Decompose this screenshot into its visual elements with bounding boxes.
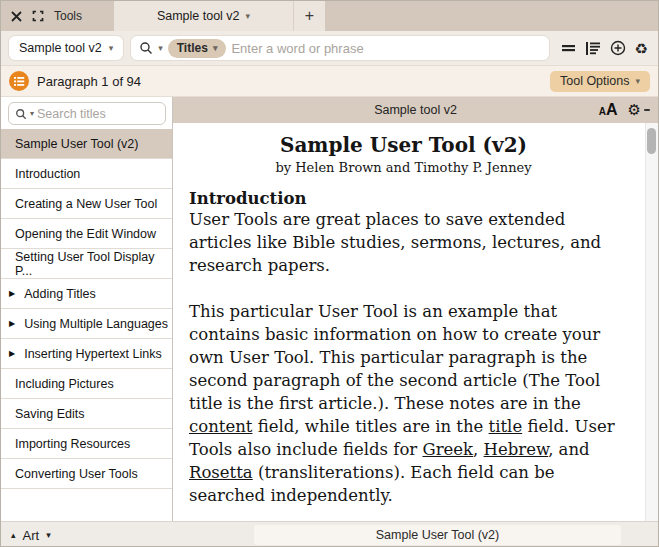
search-mode-chevron-icon[interactable]: ▾: [158, 43, 163, 53]
chevron-down-icon: ▾: [635, 76, 640, 86]
search-icon[interactable]: [139, 41, 153, 55]
text-size-large: A: [606, 101, 618, 119]
sidebar-search-box[interactable]: ▾: [8, 102, 166, 125]
text-size-small: A: [599, 106, 606, 117]
settings-gear-button[interactable]: ⚙︎: [628, 101, 650, 119]
sidebar-search-input[interactable]: [37, 107, 159, 121]
title-item-converting-user-tools[interactable]: Converting User Tools: [1, 459, 172, 489]
add-circle-icon[interactable]: [610, 40, 626, 56]
title-label: Importing Resources: [15, 437, 130, 451]
title-label: Inserting Hypertext Links: [24, 347, 162, 361]
scope-label: Titles: [177, 41, 208, 55]
search-scope-chip[interactable]: Titles ▾: [168, 39, 227, 58]
toolbar-icons: ♻︎: [557, 40, 650, 56]
search-input[interactable]: [231, 41, 540, 56]
title-item-opening-edit-window[interactable]: Opening the Edit Window: [1, 219, 172, 249]
paragraph-status: Paragraph 1 of 94: [37, 74, 141, 89]
chevron-down-icon[interactable]: ▾: [46, 530, 51, 540]
title-label: Including Pictures: [15, 377, 114, 391]
title-label: Setting User Tool Display P...: [15, 250, 172, 278]
article-title: Sample User Tool (v2): [189, 133, 618, 157]
bottom-bar: ▴ Art ▾ Sample User Tool (v2): [1, 521, 658, 547]
article-content[interactable]: Sample User Tool (v2) by Helen Brown and…: [173, 123, 658, 521]
tab-bar: Tools Sample tool v2 ▾ +: [1, 1, 658, 31]
disclosure-triangle-icon[interactable]: ▶: [9, 289, 15, 298]
title-item-inserting-hypertext-links[interactable]: ▶Inserting Hypertext Links: [1, 339, 172, 369]
vertical-scrollbar[interactable]: [645, 123, 658, 521]
gear-dropdown-icon: [644, 109, 650, 111]
title-item-setting-display[interactable]: Setting User Tool Display P...: [1, 249, 172, 279]
context-list-icon[interactable]: [585, 41, 601, 56]
workspace-label: Tools: [54, 9, 82, 23]
title-item-saving-edits[interactable]: Saving Edits: [1, 399, 172, 429]
app-window: Tools Sample tool v2 ▾ + Sample tool v2 …: [0, 0, 659, 547]
title-label: Introduction: [15, 167, 80, 181]
title-label: Adding Titles: [24, 287, 96, 301]
title-item-importing-resources[interactable]: Importing Resources: [1, 429, 172, 459]
recycle-icon[interactable]: ♻︎: [635, 41, 648, 56]
tool-options-button[interactable]: Tool Options ▾: [550, 71, 650, 92]
title-label: Saving Edits: [15, 407, 84, 421]
title-label: Sample User Tool (v2): [15, 137, 138, 151]
titles-sidebar: ▾ Sample User Tool (v2) Introduction Cre…: [1, 97, 173, 521]
current-article-status: Sample User Tool (v2): [254, 525, 621, 545]
search-icon: [15, 108, 27, 120]
main-pane: Sample tool v2 AA ⚙︎ Sample User Tool (v…: [173, 97, 658, 521]
tool-selector-label: Sample tool v2: [19, 41, 102, 55]
article-paragraph: User Tools are great places to save exte…: [189, 208, 618, 277]
window-controls: Tools: [1, 1, 114, 31]
close-icon[interactable]: [11, 11, 22, 22]
fullscreen-icon[interactable]: [32, 10, 44, 22]
paragraph-bar: Paragraph 1 of 94 Tool Options ▾: [1, 66, 658, 97]
title-label: Converting User Tools: [15, 467, 138, 481]
tool-options-label: Tool Options: [560, 74, 629, 88]
disclosure-triangle-icon[interactable]: ▶: [9, 319, 15, 328]
search-filter-chevron-icon[interactable]: ▾: [30, 109, 34, 118]
tool-selector-dropdown[interactable]: Sample tool v2 ▾: [9, 36, 123, 60]
paragraph-list-icon[interactable]: [9, 71, 29, 91]
search-toolbar: Sample tool v2 ▾ ▾ Titles ▾: [1, 31, 658, 66]
gear-icon: ⚙︎: [628, 101, 641, 119]
text-zoom-control[interactable]: ▴ Art ▾: [1, 528, 51, 543]
text-size-button[interactable]: AA: [599, 101, 618, 119]
article-heading: Introduction: [189, 189, 618, 208]
title-item-including-pictures[interactable]: Including Pictures: [1, 369, 172, 399]
article-byline: by Helen Brown and Timothy P. Jenney: [189, 160, 618, 175]
zoom-level-label: Art: [23, 528, 40, 543]
chevron-down-icon: ▾: [109, 43, 114, 53]
search-field[interactable]: ▾ Titles ▾: [131, 36, 548, 60]
sidebar-search-wrap: ▾: [1, 97, 172, 129]
title-item-sample-user-tool[interactable]: Sample User Tool (v2): [1, 129, 172, 159]
title-item-introduction[interactable]: Introduction: [1, 159, 172, 189]
title-label: Creating a New User Tool: [15, 197, 157, 211]
titles-list: Sample User Tool (v2) Introduction Creat…: [1, 129, 172, 521]
title-label: Using Multiple Languages: [24, 317, 168, 331]
body: ▾ Sample User Tool (v2) Introduction Cre…: [1, 97, 658, 521]
tab-title: Sample tool v2: [157, 9, 240, 23]
pane-header: Sample tool v2 AA ⚙︎: [173, 97, 658, 123]
title-label: Opening the Edit Window: [15, 227, 156, 241]
article-paragraph: This particular User Tool is an example …: [189, 300, 618, 507]
new-tab-button[interactable]: +: [294, 1, 325, 31]
tab-sample-tool[interactable]: Sample tool v2 ▾: [114, 1, 294, 31]
title-item-creating-new-user-tool[interactable]: Creating a New User Tool: [1, 189, 172, 219]
disclosure-triangle-icon[interactable]: ▶: [9, 349, 15, 358]
pane-title: Sample tool v2: [173, 103, 658, 117]
title-item-adding-titles[interactable]: ▶Adding Titles: [1, 279, 172, 309]
title-item-using-multiple-languages[interactable]: ▶Using Multiple Languages: [1, 309, 172, 339]
zoom-up-icon[interactable]: ▴: [11, 530, 16, 540]
chevron-down-icon[interactable]: ▾: [246, 11, 251, 21]
chevron-down-icon: ▾: [213, 43, 218, 53]
scrollbar-thumb[interactable]: [647, 128, 656, 154]
details-icon[interactable]: [561, 42, 576, 54]
